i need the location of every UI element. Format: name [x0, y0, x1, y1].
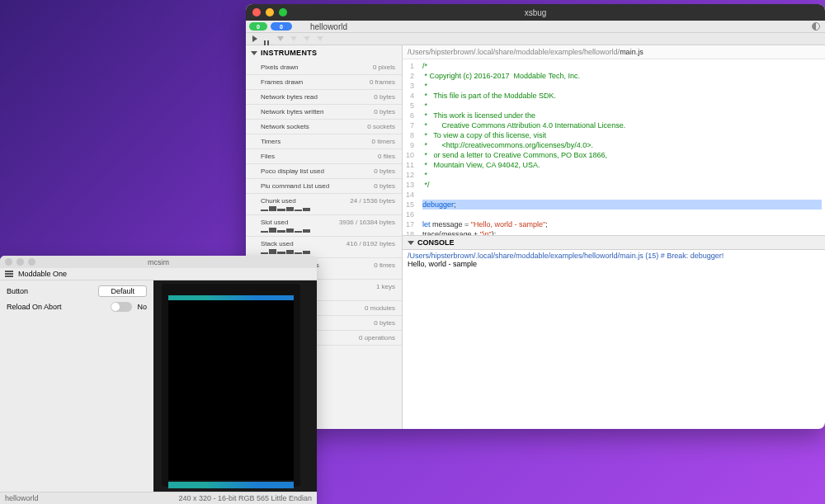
chevron-down-icon — [251, 51, 257, 55]
chevron-down-icon — [408, 241, 414, 245]
stop-icon[interactable] — [317, 36, 323, 41]
console-header[interactable]: CONSOLE — [403, 235, 825, 250]
metric-value: 1 keys — [376, 283, 395, 290]
maximize-icon[interactable] — [28, 258, 35, 266]
metric-value: 0 bytes — [374, 167, 395, 175]
metric-row: Network bytes written0 bytes — [246, 105, 402, 120]
metric-value: 24 / 1536 bytes — [350, 197, 395, 205]
metric-value: 0 pixels — [373, 64, 395, 71]
metric-label: Network sockets — [261, 123, 309, 130]
device-bar: Moddable One — [0, 268, 317, 280]
metric-value: 0 bytes — [374, 93, 395, 101]
metric-value: 0 bytes — [374, 182, 395, 190]
metric-label: Pixels drawn — [261, 64, 298, 71]
metric-label: Network bytes read — [261, 93, 318, 101]
xsbug-window: xsbug 0 0 helloworld INSTRUMENTS Pixels … — [246, 4, 825, 429]
metric-row: Poco display list used0 bytes — [246, 164, 402, 179]
metric-value: 0 sockets — [367, 123, 395, 130]
file-path: /Users/hipsterbrown/.local/share/moddabl… — [403, 45, 825, 59]
metric-row: Network bytes read0 bytes — [246, 90, 402, 105]
button-default[interactable]: Default — [98, 285, 147, 297]
metric-label: Chunk used — [261, 197, 296, 205]
reload-label: Reload On Abort — [7, 303, 62, 311]
editor-panel: /Users/hipsterbrown/.local/share/moddabl… — [403, 45, 825, 429]
mcsim-titlebar[interactable]: mcsim — [0, 256, 317, 268]
metric-row: Timers0 timers — [246, 134, 402, 149]
metric-row: Network sockets0 sockets — [246, 120, 402, 134]
pause-icon[interactable] — [264, 35, 271, 42]
step-out-icon[interactable] — [304, 36, 310, 41]
metric-row: Piu command List used0 bytes — [246, 179, 402, 194]
metric-label: Network bytes written — [261, 108, 323, 115]
metric-row: Pixels drawn0 pixels — [246, 60, 402, 75]
metric-value: 3936 / 16384 bytes — [339, 219, 395, 226]
metric-row: Chunk used24 / 1536 bytes — [246, 194, 402, 215]
step-over-icon[interactable] — [290, 36, 297, 41]
status-format: 240 x 320 - 16-bit RGB 565 Little Endian — [178, 494, 312, 502]
maximize-icon[interactable] — [279, 8, 287, 16]
console-output[interactable]: /Users/hipsterbrown/.local/share/moddabl… — [403, 250, 825, 429]
reload-toggle[interactable] — [111, 302, 132, 312]
metric-row: Slot used3936 / 16384 bytes — [246, 215, 402, 237]
step-into-icon[interactable] — [277, 36, 284, 41]
sparkline-icon — [261, 249, 310, 254]
device-name: Moddable One — [18, 270, 67, 278]
machine-pill[interactable]: 0 — [271, 22, 292, 31]
xsbug-titlebar[interactable]: xsbug — [246, 4, 825, 21]
metric-value: 0 modules — [365, 304, 395, 312]
debug-toolbar — [246, 33, 825, 45]
minimize-icon[interactable] — [266, 8, 274, 16]
button-label: Button — [7, 287, 28, 295]
metric-value: 0 bytes — [374, 319, 395, 327]
code-view[interactable]: 12345678910111213141516171819 /* * Copyr… — [403, 59, 825, 235]
metric-label: Frames drawn — [261, 78, 303, 86]
minimize-icon[interactable] — [16, 258, 24, 266]
menu-icon[interactable] — [5, 271, 13, 277]
metric-label: Piu command List used — [261, 182, 329, 190]
metric-value: 0 bytes — [374, 108, 395, 115]
device-screen — [162, 284, 300, 487]
status-app: helloworld — [5, 494, 39, 502]
window-title: mcsim — [148, 258, 169, 266]
metric-value: 0 files — [378, 153, 395, 160]
reload-value: No — [137, 303, 147, 311]
mcsim-window: mcsim Moddable One Button Default Reload… — [0, 256, 317, 504]
metric-label: Poco display list used — [261, 167, 324, 175]
controls-panel: Button Default Reload On Abort No — [0, 280, 153, 492]
metric-value: 0 frames — [370, 78, 395, 86]
sparkline-icon — [261, 228, 310, 233]
instruments-header[interactable]: INSTRUMENTS — [246, 45, 402, 60]
breakpoint-count-pill[interactable]: 0 — [249, 22, 267, 31]
sparkline-icon — [261, 206, 310, 211]
metric-label: Files — [261, 153, 275, 160]
run-icon[interactable] — [252, 35, 257, 42]
metric-row: Frames drawn0 frames — [246, 75, 402, 90]
metric-value: 0 operations — [359, 334, 395, 341]
metric-label: Timers — [261, 138, 280, 145]
status-bar: helloworld 240 x 320 - 16-bit RGB 565 Li… — [0, 492, 317, 504]
metric-value: 416 / 8192 bytes — [346, 240, 395, 247]
metric-value: 0 timers — [372, 138, 395, 145]
metric-row: Files0 files — [246, 149, 402, 164]
theme-toggle-icon[interactable] — [812, 22, 820, 31]
tab-helloworld[interactable]: helloworld — [310, 22, 347, 31]
window-title: xsbug — [525, 8, 547, 17]
metric-value: 0 times — [374, 261, 395, 269]
metric-label: Stack used — [261, 240, 294, 247]
metric-label: Slot used — [261, 219, 288, 226]
simulator-viewport[interactable] — [153, 280, 317, 492]
xsbug-tabbar: 0 0 helloworld — [246, 21, 825, 33]
close-icon[interactable] — [5, 258, 12, 266]
close-icon[interactable] — [252, 8, 261, 16]
